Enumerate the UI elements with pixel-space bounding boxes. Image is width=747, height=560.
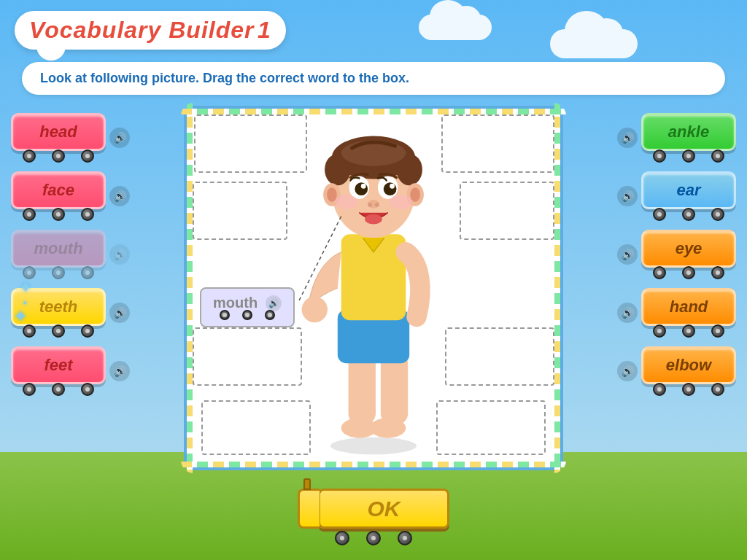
wheel [81, 383, 94, 396]
speaker-mouth[interactable]: 🔊 [109, 244, 130, 265]
word-card-face[interactable]: face 🔊 [11, 171, 130, 221]
wheel [52, 266, 65, 279]
wheel [52, 383, 65, 396]
wheels-hand [641, 324, 736, 338]
svg-point-20 [384, 182, 397, 195]
wheels-feet [11, 383, 106, 396]
title-num: 1 [258, 17, 271, 43]
ok-button[interactable]: OK [318, 489, 449, 529]
word-label-feet: feet [44, 356, 72, 374]
svg-point-19 [355, 182, 368, 195]
word-card-feet[interactable]: feet 🔊 [11, 346, 130, 396]
word-card-ankle[interactable]: 🔊 ankle [617, 113, 736, 163]
wheels-eye [641, 266, 736, 279]
word-card-elbow[interactable]: 🔊 elbow [617, 346, 736, 396]
word-card-box-elbow[interactable]: elbow [641, 346, 736, 384]
word-label-face: face [42, 181, 74, 199]
left-word-cards: head 🔊 face [11, 113, 130, 396]
wheel [653, 266, 666, 279]
svg-point-27 [368, 203, 372, 207]
wheel [653, 383, 666, 396]
wheel [81, 149, 94, 163]
speaker-teeth[interactable]: 🔊 [109, 303, 130, 323]
sparkle-2: ✦ [13, 306, 28, 327]
word-label-head: head [39, 122, 77, 141]
word-card-box-head[interactable]: head [11, 113, 106, 151]
speaker-eye[interactable]: 🔊 [617, 244, 638, 265]
ok-train-wheels [315, 529, 432, 545]
word-card-box-feet[interactable]: feet [11, 346, 106, 384]
wheel [682, 383, 695, 396]
svg-point-30 [370, 418, 406, 438]
ok-label: OK [368, 497, 400, 521]
ok-train-body-row: OK [298, 489, 449, 529]
ok-train: OK [298, 489, 449, 545]
speaker-feet[interactable]: 🔊 [109, 361, 130, 381]
speaker-ankle[interactable]: 🔊 [617, 128, 638, 148]
word-card-head[interactable]: head 🔊 [11, 113, 130, 163]
train-front-section [298, 489, 320, 529]
wheel [265, 310, 275, 320]
ok-wheel-1 [335, 531, 349, 545]
word-card-hand[interactable]: 🔊 hand [617, 288, 736, 338]
word-label-elbow: elbow [666, 356, 711, 374]
wheels-ankle [641, 149, 736, 163]
train-front [298, 489, 320, 529]
wheel [52, 324, 65, 338]
ok-wheel-2 [366, 531, 381, 545]
wheel [23, 149, 36, 163]
sparkle-1: ✦ [18, 277, 33, 298]
word-label-ankle: ankle [668, 122, 709, 141]
speaker-head[interactable]: 🔊 [109, 128, 130, 148]
wheel [711, 266, 724, 279]
wheel [682, 324, 695, 338]
instruction-text: Look at following picture. Drag the corr… [40, 71, 409, 85]
speaker-hand[interactable]: 🔊 [617, 303, 638, 323]
speaker-placed-mouth[interactable]: 🔊 [266, 295, 282, 311]
wheel [52, 208, 65, 221]
sparkle-3: ✦ [22, 299, 28, 307]
speaker-face[interactable]: 🔊 [109, 186, 130, 206]
wheel [682, 208, 695, 221]
wheels-face [11, 208, 106, 221]
word-card-box-mouth[interactable]: mouth [11, 230, 106, 268]
wheel [711, 324, 724, 338]
ok-button-area: OK [298, 489, 449, 545]
wheel [682, 149, 695, 163]
svg-point-22 [390, 184, 395, 189]
word-card-eye[interactable]: 🔊 eye [617, 230, 736, 279]
wheel [23, 208, 36, 221]
word-card-mouth[interactable]: mouth 🔊 [11, 230, 130, 279]
cloud-1 [550, 29, 638, 58]
title-vocab: Vocabulary Builder [29, 17, 254, 43]
word-card-box-eye[interactable]: eye [641, 230, 736, 268]
right-word-cards: 🔊 ankle 🔊 ear [617, 113, 736, 396]
main-content: head 🔊 face [0, 106, 747, 502]
word-label-eye: eye [676, 239, 703, 257]
placed-card-mouth[interactable]: mouth 🔊 [200, 287, 295, 327]
word-card-box-ankle[interactable]: ankle [641, 113, 736, 151]
svg-point-23 [335, 195, 357, 209]
word-card-box-ear[interactable]: ear [641, 171, 736, 209]
ok-wheel-3 [398, 531, 412, 545]
svg-point-25 [365, 214, 382, 225]
svg-point-0 [330, 438, 417, 455]
word-card-ear[interactable]: 🔊 ear [617, 171, 736, 221]
wheels-elbow [641, 383, 736, 396]
word-card-box-face[interactable]: face [11, 171, 106, 209]
word-label-mouth: mouth [34, 239, 82, 257]
wheel [81, 208, 94, 221]
speaker-ear[interactable]: 🔊 [617, 186, 638, 206]
wheel [653, 149, 666, 163]
image-box: mouth 🔊 [184, 106, 563, 470]
train-chimney [303, 478, 311, 490]
wheel [711, 208, 724, 221]
wheels-head [11, 149, 106, 163]
wheels-ear [641, 208, 736, 221]
word-card-box-hand[interactable]: hand [641, 288, 736, 326]
wheel [653, 324, 666, 338]
speaker-elbow[interactable]: 🔊 [617, 361, 638, 381]
cloud-2 [419, 15, 492, 40]
svg-point-28 [375, 203, 379, 207]
svg-point-6 [305, 297, 325, 311]
